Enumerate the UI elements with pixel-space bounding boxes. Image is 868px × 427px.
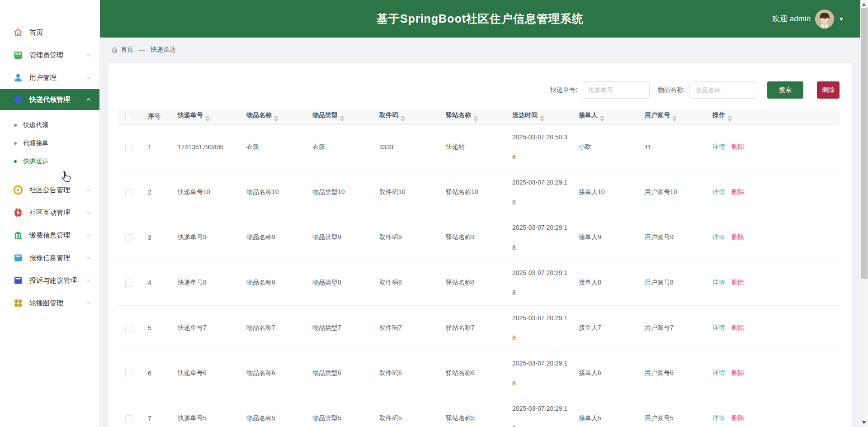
search-toolbar: 快递单号: 物品名称: 搜索 删除 xyxy=(118,81,840,99)
chevron-down-icon[interactable]: ▼ xyxy=(839,16,844,22)
delete-link[interactable]: 删除 xyxy=(731,324,744,331)
sort-caret-icon[interactable] xyxy=(205,115,210,122)
sort-caret-icon[interactable] xyxy=(340,115,344,122)
detail-link[interactable]: 详情 xyxy=(712,279,725,286)
table-card: 快递单号: 物品名称: 搜索 删除 序号快递单号物品名称物品类型取件码驿站名称送… xyxy=(108,63,852,427)
cell-station: 驿站名称9 xyxy=(438,215,504,260)
sidebar-subitem-label: 代领接单 xyxy=(23,139,48,147)
sort-caret-icon[interactable] xyxy=(473,115,478,122)
sidebar-item-8[interactable]: 投诉与建议管理 xyxy=(0,269,99,292)
delete-link[interactable]: 删除 xyxy=(731,279,744,286)
delete-link[interactable]: 删除 xyxy=(731,143,744,150)
item-name-label: 物品名称: xyxy=(658,86,685,94)
detail-link[interactable]: 详情 xyxy=(712,188,725,195)
cell-type: 物品类型8 xyxy=(304,260,371,305)
row-checkbox[interactable] xyxy=(125,189,132,196)
sidebar-item-1[interactable]: 管理员管理 xyxy=(0,44,99,66)
delivery-icon xyxy=(13,95,23,104)
sort-caret-icon[interactable] xyxy=(672,115,677,122)
scroll-up-arrow-icon[interactable] xyxy=(862,3,866,6)
sort-caret-icon[interactable] xyxy=(274,115,278,122)
sidebar-item-home[interactable]: 首页 xyxy=(0,21,99,44)
vertical-scrollbar[interactable] xyxy=(860,0,868,427)
sidebar-subitem-0[interactable]: 快递代领 xyxy=(0,116,99,134)
carousel-icon xyxy=(13,298,23,308)
row-checkbox[interactable] xyxy=(125,370,132,377)
sidebar-item-9[interactable]: 轮播图管理 xyxy=(0,292,99,314)
column-header[interactable]: 物品类型 xyxy=(304,109,371,124)
cell-receiver: 接单人5 xyxy=(571,396,637,427)
tracking-number-input[interactable] xyxy=(582,81,650,99)
scroll-down-arrow-icon[interactable] xyxy=(862,421,866,424)
scrollbar-thumb[interactable] xyxy=(861,8,868,279)
column-label: 物品类型 xyxy=(312,111,338,119)
sidebar-item-label: 用户管理 xyxy=(29,74,86,82)
detail-link[interactable]: 详情 xyxy=(712,233,725,241)
item-name-input[interactable] xyxy=(689,81,757,99)
detail-link[interactable]: 详情 xyxy=(712,143,725,150)
column-label: 接单人 xyxy=(579,111,598,119)
detail-link[interactable]: 详情 xyxy=(712,369,725,376)
cell-no: 3 xyxy=(140,215,170,260)
sort-caret-icon[interactable] xyxy=(401,115,405,122)
sidebar-item-3[interactable]: 快递代领管理 xyxy=(0,89,99,110)
user-menu[interactable]: 欢迎 admin ▼ xyxy=(772,0,844,38)
content-area: 首页 — 快递送达 快递单号: 物品名称: 搜索 删除 序号快递单号物品名 xyxy=(100,38,860,427)
cell-code: 取件码6 xyxy=(371,351,438,396)
search-button[interactable]: 搜索 xyxy=(767,81,803,99)
home-icon xyxy=(111,47,118,53)
column-header[interactable]: 操作 xyxy=(704,109,840,124)
detail-link[interactable]: 详情 xyxy=(712,324,725,331)
delivery-table: 序号快递单号物品名称物品类型取件码驿站名称送达时间接单人用户账号操作 11741… xyxy=(118,109,840,427)
sidebar-item-6[interactable]: 缴费信息管理 xyxy=(0,224,99,247)
breadcrumb: 首页 — 快递送达 xyxy=(108,42,852,57)
cell-type: 物品类型10 xyxy=(304,170,371,215)
cell-station: 驿站名称5 xyxy=(438,396,504,427)
sidebar-subitem-2[interactable]: 快递送达 xyxy=(0,152,99,171)
column-header[interactable]: 取件码 xyxy=(371,109,438,124)
avatar[interactable] xyxy=(815,9,834,28)
bullet-icon xyxy=(14,124,17,127)
row-checkbox[interactable] xyxy=(125,234,132,242)
bullet-icon xyxy=(14,160,17,163)
chevron-up-icon xyxy=(86,96,91,104)
cell-order: 快递单号9 xyxy=(170,215,238,260)
sort-caret-icon[interactable] xyxy=(540,115,544,122)
delete-link[interactable]: 删除 xyxy=(731,414,744,422)
breadcrumb-home[interactable]: 首页 xyxy=(121,46,133,54)
sidebar-item-7[interactable]: 报修信息管理 xyxy=(0,247,99,269)
sidebar-item-5[interactable]: 社区互动管理 xyxy=(0,201,99,224)
cell-order: 1741351790405 xyxy=(170,124,238,170)
delete-link[interactable]: 删除 xyxy=(731,233,744,241)
column-header[interactable]: 物品名称 xyxy=(238,109,304,124)
chevron-down-icon xyxy=(86,299,91,307)
row-checkbox[interactable] xyxy=(125,325,132,332)
sidebar-subitem-1[interactable]: 代领接单 xyxy=(0,134,99,152)
sort-caret-icon[interactable] xyxy=(600,115,604,122)
column-header[interactable]: 送达时间 xyxy=(504,109,571,124)
row-checkbox[interactable] xyxy=(125,280,132,287)
sidebar-item-2[interactable]: 用户管理 xyxy=(0,66,99,89)
chevron-down-icon xyxy=(86,74,91,82)
sort-caret-icon[interactable] xyxy=(727,115,732,122)
delete-link[interactable]: 删除 xyxy=(731,369,744,376)
cell-station: 驿站名称10 xyxy=(438,170,504,215)
cell-type: 物品类型5 xyxy=(304,396,371,427)
detail-link[interactable]: 详情 xyxy=(712,414,725,422)
sidebar-submenu: 快递代领代领接单快递送达 xyxy=(0,116,99,171)
complaint-icon xyxy=(13,275,23,285)
breadcrumb-current: 快递送达 xyxy=(151,46,176,54)
column-header[interactable]: 接单人 xyxy=(571,109,637,124)
row-checkbox[interactable] xyxy=(125,144,132,151)
column-header[interactable]: 快递单号 xyxy=(170,109,238,124)
delete-link[interactable]: 删除 xyxy=(731,188,744,195)
column-header[interactable]: 驿站名称 xyxy=(438,109,504,124)
row-checkbox[interactable] xyxy=(125,415,132,422)
cell-account: 用户账号5 xyxy=(637,396,704,427)
cell-code: 取件码7 xyxy=(371,305,438,351)
sidebar-item-4[interactable]: 社区公告管理 xyxy=(0,179,99,201)
cell-no: 7 xyxy=(140,396,170,427)
delete-button[interactable]: 删除 xyxy=(817,81,840,99)
select-all-checkbox[interactable] xyxy=(125,113,132,120)
column-header[interactable]: 用户账号 xyxy=(637,109,704,124)
